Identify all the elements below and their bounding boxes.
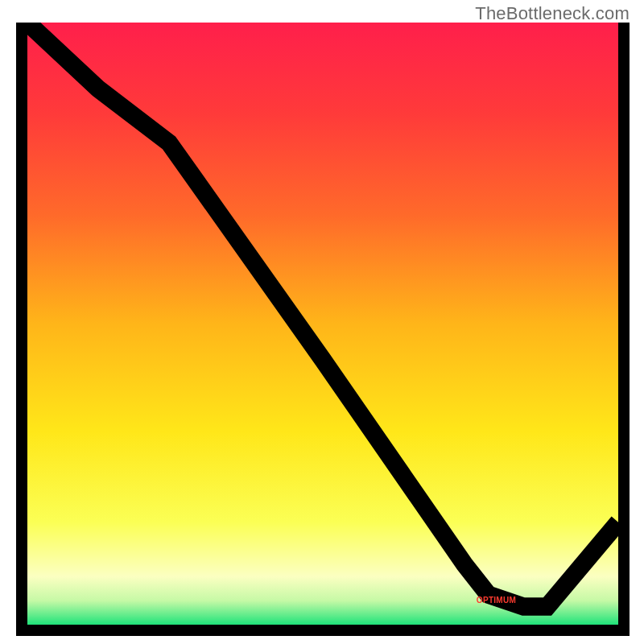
watermark-text: TheBottleneck.com [475,3,630,24]
line-layer [27,23,618,625]
minimum-annotation: OPTIMUM [477,596,516,605]
plot-area: OPTIMUM [27,23,618,625]
chart-frame: OPTIMUM [16,23,630,636]
chart-container: TheBottleneck.com [0,0,644,644]
bottleneck-curve [27,23,618,607]
